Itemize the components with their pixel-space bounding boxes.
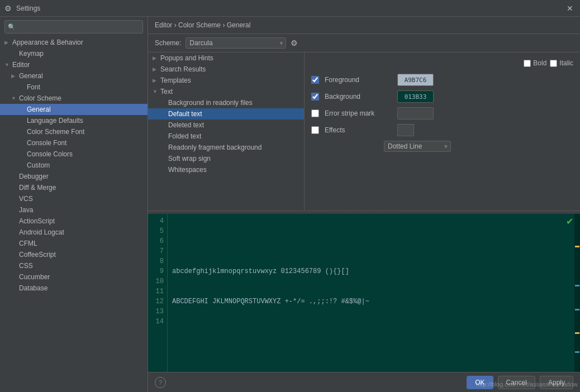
cs-item-folded-text[interactable]: Folded text	[148, 131, 304, 142]
search-input[interactable]	[4, 20, 143, 34]
content-area: Editor › Color Scheme › General Scheme: …	[148, 17, 580, 392]
sidebar-item-label: ActionScript	[19, 217, 55, 225]
sidebar-item-label: Debugger	[19, 173, 49, 180]
line-number: 14	[148, 317, 164, 327]
success-icon: ✔	[566, 216, 573, 227]
code-line	[172, 236, 576, 246]
code-text: ABCDEFGHI JKLMNOPQRSTUVWXYZ +-*/= .,;;:!…	[172, 297, 369, 307]
sidebar-item-label: Console Font	[27, 139, 66, 147]
window-title: Settings	[16, 4, 560, 12]
cs-tree: ▶ Popups and Hints ▶ Search Results ▶ Te…	[148, 52, 305, 211]
background-checkbox[interactable]	[311, 93, 319, 101]
sidebar-item-cs-font[interactable]: Color Scheme Font	[0, 126, 148, 137]
sidebar-item-label: General	[19, 72, 43, 80]
ok-button[interactable]: OK	[467, 376, 493, 389]
cs-item-readonly-fragment[interactable]: Readonly fragment background	[148, 142, 304, 153]
cs-item-label: Templates	[160, 77, 191, 84]
italic-check-wrapper: Italic	[550, 59, 573, 67]
scroll-marker	[575, 246, 579, 247]
cs-item-search[interactable]: ▶ Search Results	[148, 64, 304, 75]
gear-icon[interactable]: ⚙	[291, 39, 298, 47]
bottom-left: ?	[155, 377, 166, 388]
cs-item-templates[interactable]: ▶ Templates	[148, 75, 304, 86]
cs-item-bg-readonly[interactable]: Background in readonly files	[148, 97, 304, 108]
apply-button[interactable]: Apply	[540, 376, 573, 389]
cs-item-default-text[interactable]: Default text	[148, 108, 304, 119]
sidebar-item-console-colors[interactable]: Console Colors	[0, 149, 148, 160]
error-stripe-label: Error stripe mark	[325, 109, 392, 117]
line-number: 8	[148, 256, 164, 266]
properties-panel: Bold Italic Foreground A9B7C6	[305, 52, 580, 211]
sidebar: 🔍 ▶ Appearance & Behavior Keymap ▼ Edito…	[0, 17, 148, 392]
breadcrumb: Editor › Color Scheme › General	[148, 17, 580, 34]
cs-item-deleted-text[interactable]: Deleted text	[148, 119, 304, 131]
close-button[interactable]: ✕	[564, 3, 576, 14]
line-number: 5	[148, 226, 164, 236]
error-stripe-checkbox[interactable]	[311, 109, 319, 117]
effects-label: Effects	[325, 126, 392, 134]
bold-checkbox[interactable]	[524, 60, 531, 67]
sidebar-item-android[interactable]: Android Logcat	[0, 227, 148, 238]
bold-label: Bold	[533, 59, 546, 67]
sidebar-item-color-scheme[interactable]: ▼ Color Scheme	[0, 93, 148, 104]
cs-item-soft-wrap[interactable]: Soft wrap sign	[148, 153, 304, 164]
foreground-row: Foreground A9B7C6	[311, 74, 573, 86]
background-color-value: 013B33	[405, 93, 427, 101]
search-box[interactable]: 🔍	[4, 20, 143, 34]
line-number: 12	[148, 297, 164, 307]
sidebar-item-label: Diff & Merge	[19, 184, 56, 192]
effects-checkbox[interactable]	[311, 126, 319, 134]
italic-label: Italic	[559, 59, 573, 67]
sidebar-item-vcs[interactable]: VCS	[0, 193, 148, 204]
sidebar-item-cfml[interactable]: CFML	[0, 238, 148, 249]
preview-panel: 4 5 6 7 8 9 10 11 12 13 14 abcdefghijklm…	[148, 214, 580, 372]
effects-color-box[interactable]	[397, 124, 414, 136]
app-icon: ⚙	[4, 4, 12, 13]
sidebar-item-coffeescript[interactable]: CoffeeScript	[0, 249, 148, 260]
preview-scrollbar[interactable]	[574, 214, 580, 372]
line-number: 7	[148, 246, 164, 256]
sidebar-item-custom[interactable]: Custom	[0, 160, 148, 171]
sidebar-item-database[interactable]: Database	[0, 283, 148, 294]
sidebar-item-general[interactable]: ▶ General	[0, 70, 148, 82]
cs-item-label: Deleted text	[168, 121, 204, 129]
sidebar-item-label: CFML	[19, 240, 37, 247]
cs-item-whitespaces[interactable]: Whitespaces	[148, 164, 304, 175]
sidebar-item-general-selected[interactable]: General	[0, 104, 148, 115]
cs-item-text[interactable]: ▼ Text	[148, 86, 304, 97]
sidebar-item-label: Font	[27, 83, 40, 91]
foreground-checkbox[interactable]	[311, 76, 319, 84]
sidebar-item-appearance[interactable]: ▶ Appearance & Behavior	[0, 37, 148, 48]
cancel-button[interactable]: Cancel	[498, 376, 535, 389]
cs-item-label: Folded text	[168, 132, 201, 140]
arrow-icon: ▼	[11, 95, 19, 101]
sidebar-item-editor[interactable]: ▼ Editor	[0, 59, 148, 70]
sidebar-item-java[interactable]: Java	[0, 204, 148, 216]
scheme-select[interactable]: Darcula IntelliJ Default	[186, 37, 286, 49]
error-stripe-row: Error stripe mark	[311, 107, 573, 119]
sidebar-item-keymap[interactable]: Keymap	[0, 48, 148, 59]
sidebar-item-label: CoffeeScript	[19, 251, 56, 259]
sidebar-item-language-defaults[interactable]: Language Defaults	[0, 115, 148, 126]
sidebar-item-css[interactable]: CSS	[0, 260, 148, 271]
sidebar-item-debugger[interactable]: Debugger	[0, 171, 148, 182]
background-color-box[interactable]: 013B33	[397, 90, 434, 103]
sidebar-item-label: Language Defaults	[27, 117, 83, 125]
help-button[interactable]: ?	[155, 377, 166, 388]
sidebar-item-cucumber[interactable]: Cucumber	[0, 271, 148, 283]
italic-checkbox[interactable]	[550, 60, 557, 67]
effects-select-wrapper[interactable]: Dotted Line Underline Bold Underline Bor…	[384, 141, 451, 152]
title-bar: ⚙ Settings ✕	[0, 0, 580, 17]
sidebar-item-diff[interactable]: Diff & Merge	[0, 182, 148, 193]
error-stripe-color-box[interactable]	[397, 107, 434, 119]
sidebar-item-console-font[interactable]: Console Font	[0, 137, 148, 149]
foreground-color-box[interactable]: A9B7C6	[397, 74, 434, 86]
scheme-select-wrapper[interactable]: Darcula IntelliJ Default ▼	[186, 37, 286, 49]
cs-item-popups[interactable]: ▶ Popups and Hints	[148, 52, 304, 64]
effects-type-select[interactable]: Dotted Line Underline Bold Underline Bor…	[384, 141, 451, 152]
cs-item-label: Soft wrap sign	[168, 155, 211, 162]
sidebar-item-font[interactable]: Font	[0, 82, 148, 93]
effects-type-row: Dotted Line Underline Bold Underline Bor…	[311, 141, 573, 152]
sidebar-item-label: CSS	[19, 262, 33, 270]
sidebar-item-actionscript[interactable]: ActionScript	[0, 216, 148, 227]
